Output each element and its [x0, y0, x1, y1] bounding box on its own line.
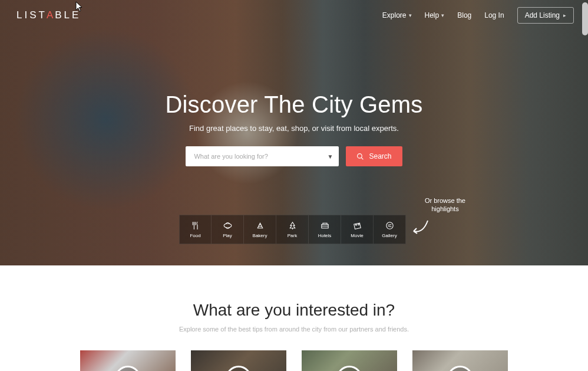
vertical-scrollbar[interactable]	[582, 2, 588, 35]
category-label: Movie	[351, 233, 363, 238]
category-label: Park	[288, 233, 297, 238]
movie-icon	[352, 221, 362, 231]
hero-title: Discover The City Gems	[0, 91, 588, 118]
svg-point-0	[358, 153, 362, 158]
interest-card[interactable]: 33	[191, 350, 286, 371]
search-button-label: Search	[369, 152, 391, 160]
chevron-right-icon: ▸	[563, 12, 566, 18]
nav-explore[interactable]: Explore ▾	[382, 11, 412, 19]
interest-card[interactable]: 2	[80, 350, 176, 371]
gallery-icon	[385, 221, 395, 231]
nav-explore-label: Explore	[382, 11, 407, 19]
search-row: ▼ Search	[0, 146, 588, 166]
nav-login[interactable]: Log In	[484, 11, 504, 19]
category-label: Hotels	[318, 233, 332, 238]
cards-row: 2 33 7 13	[0, 350, 588, 371]
category-bakery[interactable]: Bakery	[244, 215, 276, 244]
browse-hint-line1: Or browse the	[425, 196, 465, 205]
nav-blog[interactable]: Blog	[457, 11, 471, 19]
svg-point-5	[355, 224, 356, 225]
nav-blog-label: Blog	[457, 11, 471, 19]
category-row: Food Play Bakery Park Hotels Movie Galle…	[179, 215, 406, 244]
count-badge: 7	[336, 366, 362, 371]
nav-help-label: Help	[425, 11, 440, 19]
category-gallery[interactable]: Gallery	[374, 215, 406, 244]
nav-help[interactable]: Help ▾	[425, 11, 445, 19]
logo-text-accent: A	[47, 9, 55, 21]
park-icon	[288, 221, 298, 231]
hero-subtitle: Find great places to stay, eat, shop, or…	[0, 124, 588, 133]
search-icon	[356, 153, 364, 160]
logo-text-post: BLE	[55, 9, 81, 21]
food-icon	[190, 221, 200, 231]
interests-section: What are you interested in? Explore some…	[0, 265, 588, 371]
interest-card[interactable]: 7	[302, 350, 397, 371]
section-title: What are you interested in?	[0, 301, 588, 320]
count-badge: 33	[226, 366, 252, 371]
category-label: Gallery	[382, 233, 397, 238]
logo[interactable]: LISTABLE	[16, 9, 81, 21]
svg-point-7	[386, 222, 392, 229]
chevron-down-icon: ▾	[409, 12, 412, 18]
category-label: Play	[223, 233, 232, 238]
play-icon	[223, 221, 233, 231]
category-park[interactable]: Park	[276, 215, 309, 244]
curved-arrow-icon	[410, 218, 430, 239]
main-nav: Explore ▾ Help ▾ Blog Log In Add Listing…	[382, 7, 574, 24]
browse-hint: Or browse the highlights	[425, 196, 465, 214]
count-badge: 13	[447, 366, 473, 371]
logo-text-pre: LIST	[16, 9, 47, 21]
hero-section: LISTABLE Explore ▾ Help ▾ Blog Log In Ad…	[0, 0, 588, 265]
svg-rect-4	[354, 223, 360, 229]
hero-headline: Discover The City Gems Find great places…	[0, 91, 588, 133]
add-listing-button[interactable]: Add Listing ▸	[517, 7, 574, 24]
search-button[interactable]: Search	[346, 146, 402, 166]
count-badge: 2	[115, 366, 141, 371]
interest-card[interactable]: 13	[412, 350, 508, 371]
svg-line-1	[362, 157, 364, 159]
search-input-wrapper[interactable]: ▼	[186, 146, 339, 166]
top-bar: LISTABLE Explore ▾ Help ▾ Blog Log In Ad…	[0, 0, 588, 31]
chevron-down-icon: ▾	[441, 12, 444, 18]
category-label: Bakery	[253, 233, 267, 238]
browse-hint-line2: highlights	[425, 205, 465, 213]
category-play[interactable]: Play	[212, 215, 244, 244]
section-subtitle: Explore some of the best tips from aroun…	[0, 326, 588, 333]
bakery-icon	[255, 221, 265, 231]
category-hotels[interactable]: Hotels	[309, 215, 341, 244]
add-listing-label: Add Listing	[525, 11, 560, 19]
hotels-icon	[320, 221, 330, 231]
svg-point-6	[358, 224, 359, 225]
category-movie[interactable]: Movie	[341, 215, 374, 244]
nav-login-label: Log In	[484, 11, 504, 19]
category-food[interactable]: Food	[179, 215, 212, 244]
search-input[interactable]	[194, 153, 333, 160]
category-label: Food	[190, 233, 200, 238]
dropdown-caret-icon[interactable]: ▼	[328, 153, 333, 160]
svg-point-2	[224, 224, 232, 228]
